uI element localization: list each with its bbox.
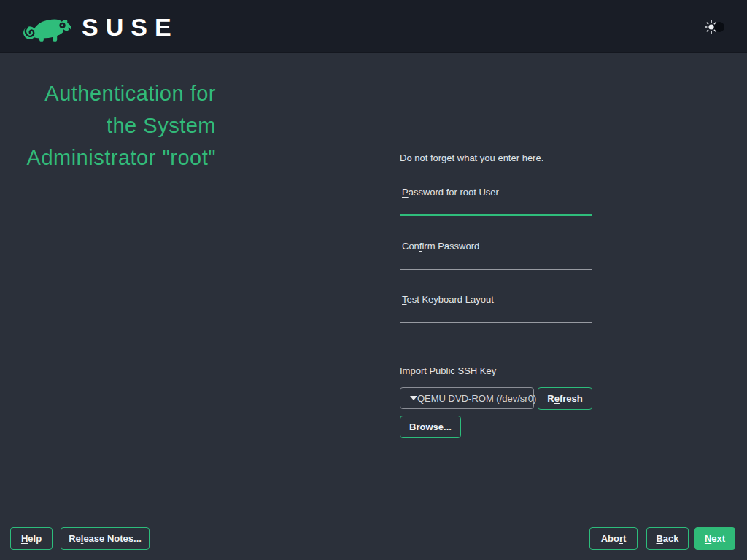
confirm-password-label: Confirm Password <box>400 241 592 252</box>
page-title-line: Administrator "root" <box>0 141 216 174</box>
ssh-source-dropdown[interactable]: QEMU DVD-ROM (/dev/sr0) <box>400 387 534 409</box>
installer-window: SUSE Authentication for the S <box>0 0 747 560</box>
suse-wordmark: SUSE <box>82 11 179 43</box>
button-label: ext <box>711 533 725 544</box>
button-label: Abo <box>601 533 619 544</box>
button-label: t <box>623 533 626 544</box>
button-label: ack <box>663 533 679 544</box>
help-button[interactable]: Help <box>10 527 53 550</box>
page-title-line: Authentication for <box>0 77 216 109</box>
suse-chameleon-icon <box>20 11 74 43</box>
page-title-line: the System <box>0 109 216 141</box>
label-text: irm Password <box>422 241 479 252</box>
browse-button[interactable]: Browse... <box>400 416 461 438</box>
button-mnemonic: B <box>656 533 662 544</box>
back-button[interactable]: Back <box>646 527 689 550</box>
theme-toggle-icon[interactable] <box>705 19 727 35</box>
password-hint-text: Do not forget what you enter here. <box>400 152 543 163</box>
root-password-input[interactable] <box>400 198 592 216</box>
button-mnemonic: H <box>21 533 28 544</box>
button-mnemonic: w <box>425 421 433 432</box>
top-bar: SUSE <box>0 0 747 53</box>
refresh-button[interactable]: Refresh <box>538 387 592 410</box>
button-mnemonic: N <box>705 533 711 544</box>
button-mnemonic: e <box>554 393 560 404</box>
button-label: se... <box>433 421 452 432</box>
root-password-label: Password for root User <box>400 187 592 198</box>
suse-logo: SUSE <box>20 11 179 43</box>
button-label: elp <box>28 533 42 544</box>
next-button[interactable]: Next <box>694 527 735 550</box>
root-password-field-group: Password for root User <box>400 187 592 217</box>
import-ssh-key-label: Import Public SSH Key <box>400 365 496 376</box>
button-label: Re <box>69 533 81 544</box>
label-text: assword for root User <box>409 187 499 198</box>
chevron-down-icon <box>410 396 417 400</box>
button-label: R <box>547 393 554 404</box>
abort-button[interactable]: Abort <box>589 527 638 550</box>
label-text: est Keyboard Layout <box>407 294 494 305</box>
test-keyboard-input[interactable] <box>400 306 592 323</box>
page-title: Authentication for the System Administra… <box>0 77 216 174</box>
test-keyboard-label: Test Keyboard Layout <box>400 294 592 305</box>
test-keyboard-field-group: Test Keyboard Layout <box>400 294 592 324</box>
label-text: Con <box>402 241 419 252</box>
confirm-password-input[interactable] <box>400 252 592 270</box>
release-notes-button[interactable]: Release Notes... <box>61 527 150 550</box>
button-label: fresh <box>560 393 583 404</box>
ssh-source-selected-value: QEMU DVD-ROM (/dev/sr0) <box>417 393 541 404</box>
button-label: ease Notes... <box>83 533 142 544</box>
label-mnemonic: P <box>402 187 409 198</box>
confirm-password-field-group: Confirm Password <box>400 241 592 271</box>
button-label: Bro <box>409 421 425 432</box>
